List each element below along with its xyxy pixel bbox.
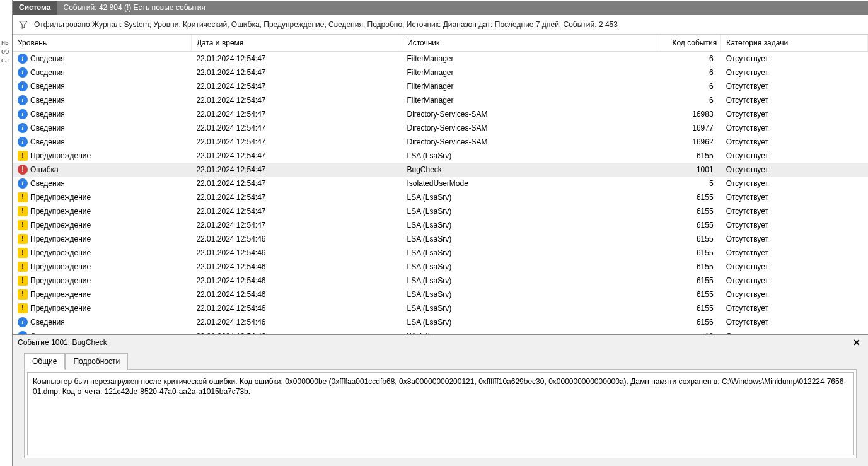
cell-category: Отсутствует (721, 260, 868, 274)
cell-code: 6155 (657, 190, 720, 204)
close-icon[interactable]: ✕ (850, 337, 863, 347)
table-row[interactable]: Сведения22.01.2024 12:54:47FilterManager… (13, 79, 868, 93)
col-header-level[interactable]: Уровень (13, 35, 191, 52)
cell-category: Отсутствует (721, 93, 868, 107)
cell-datetime: 22.01.2024 12:54:47 (191, 190, 402, 204)
cell-datetime: 22.01.2024 12:54:47 (191, 121, 402, 135)
cell-source: LSA (LsaSrv) (402, 149, 657, 163)
cell-code: 6155 (657, 301, 720, 315)
cell-category: Отсутствует (721, 301, 868, 315)
level-label: Предупреждение (30, 275, 91, 286)
warning-icon (18, 303, 28, 313)
cell-datetime: 22.01.2024 12:54:46 (191, 315, 402, 329)
cell-source: FilterManager (402, 52, 657, 66)
table-row[interactable]: Сведения22.01.2024 12:54:47FilterManager… (13, 66, 868, 79)
col-header-code[interactable]: Код события (657, 35, 720, 52)
left-strip-text: об (0, 47, 12, 55)
table-row[interactable]: Сведения22.01.2024 12:54:46LSA (LsaSrv)6… (13, 315, 868, 329)
cell-datetime: 22.01.2024 12:54:47 (191, 66, 402, 79)
col-header-source[interactable]: Источник (402, 35, 657, 52)
left-strip-text: нь (0, 38, 12, 47)
warning-icon (18, 151, 28, 161)
cell-source: FilterManager (402, 66, 657, 79)
cell-source: LSA (LsaSrv) (402, 218, 657, 232)
cell-datetime: 22.01.2024 12:54:47 (191, 204, 402, 218)
info-icon (18, 331, 28, 334)
info-icon (18, 54, 28, 64)
cell-datetime: 22.01.2024 12:54:47 (191, 135, 402, 149)
filter-bar: Отфильтровано:Журнал: System; Уровни: Кр… (13, 15, 868, 35)
table-row[interactable]: Сведения22.01.2024 12:54:47Directory-Ser… (13, 135, 868, 149)
log-name: Система (13, 1, 57, 15)
cell-datetime: 22.01.2024 12:54:47 (191, 52, 402, 66)
table-row[interactable]: Сведения22.01.2024 12:54:47FilterManager… (13, 52, 868, 66)
col-header-date[interactable]: Дата и время (191, 35, 402, 52)
cell-source: FilterManager (402, 93, 657, 107)
level-label: Предупреждение (30, 192, 91, 203)
table-row[interactable]: Предупреждение22.01.2024 12:54:47LSA (Ls… (13, 190, 868, 204)
cell-category: Отсутствует (721, 329, 868, 334)
cell-source: LSA (LsaSrv) (402, 190, 657, 204)
info-icon (18, 81, 28, 91)
log-title-bar: Система Событий: 42 804 (!) Есть новые с… (13, 0, 868, 15)
level-label: Сведения (30, 67, 65, 78)
level-label: Сведения (30, 136, 65, 148)
level-label: Сведения (30, 108, 65, 120)
cell-code: 6155 (657, 232, 720, 246)
col-header-category[interactable]: Категория задачи (721, 35, 868, 52)
cell-category: Отсутствует (721, 66, 868, 79)
cell-category: Отсутствует (721, 232, 868, 246)
cell-datetime: 22.01.2024 12:54:46 (191, 288, 402, 301)
cell-datetime: 22.01.2024 12:54:47 (191, 79, 402, 93)
cell-category: Отсутствует (721, 288, 868, 301)
table-row[interactable]: Сведения22.01.2024 12:54:47FilterManager… (13, 93, 868, 107)
event-grid-scroll[interactable]: Уровень Дата и время Источник Код событи… (13, 35, 868, 334)
table-row[interactable]: Предупреждение22.01.2024 12:54:46LSA (Ls… (13, 260, 868, 274)
tab-general[interactable]: Общие (24, 353, 65, 370)
info-icon (18, 317, 28, 327)
level-label: Сведения (30, 81, 65, 92)
table-row[interactable]: Сведения22.01.2024 12:54:47IsolatedUserM… (13, 177, 868, 190)
cell-source: Directory-Services-SAM (402, 121, 657, 135)
table-row[interactable]: Предупреждение22.01.2024 12:54:46LSA (Ls… (13, 232, 868, 246)
left-strip-text: сл (0, 55, 12, 64)
cell-code: 6155 (657, 260, 720, 274)
level-label: Сведения (30, 95, 65, 106)
cell-source: LSA (LsaSrv) (402, 246, 657, 260)
table-row[interactable]: Сведения22.01.2024 12:54:47Directory-Ser… (13, 121, 868, 135)
cell-category: Отсутствует (721, 177, 868, 190)
tab-details[interactable]: Подробности (65, 353, 128, 370)
level-label: Предупреждение (30, 150, 91, 161)
cell-code: 6155 (657, 204, 720, 218)
table-row[interactable]: Предупреждение22.01.2024 12:54:46LSA (Ls… (13, 301, 868, 315)
table-row[interactable]: Сведения22.01.2024 12:54:47Directory-Ser… (13, 107, 868, 121)
table-row[interactable]: Предупреждение22.01.2024 12:54:46LSA (Ls… (13, 274, 868, 288)
warning-icon (18, 192, 28, 202)
cell-code: 6155 (657, 274, 720, 288)
table-row[interactable]: Предупреждение22.01.2024 12:54:46LSA (Ls… (13, 288, 868, 301)
level-label: Сведения (30, 53, 65, 64)
table-row[interactable]: Предупреждение22.01.2024 12:54:46LSA (Ls… (13, 246, 868, 260)
level-label: Ошибка (30, 164, 59, 175)
cell-code: 16977 (657, 121, 720, 135)
table-row[interactable]: Предупреждение22.01.2024 12:54:47LSA (Ls… (13, 218, 868, 232)
cell-code: 6 (657, 52, 720, 66)
table-row[interactable]: Предупреждение22.01.2024 12:54:47LSA (Ls… (13, 204, 868, 218)
table-row[interactable]: Сведения22.01.2024 12:54:46Wininit18Отсу… (13, 329, 868, 334)
cell-category: Отсутствует (721, 79, 868, 93)
warning-icon (18, 248, 28, 258)
filter-icon (19, 20, 28, 29)
info-icon (18, 95, 28, 105)
cell-datetime: 22.01.2024 12:54:46 (191, 260, 402, 274)
warning-icon (18, 220, 28, 230)
cell-code: 6155 (657, 218, 720, 232)
left-truncated-panel: нь об сл (0, 0, 13, 466)
cell-source: Directory-Services-SAM (402, 107, 657, 121)
table-row[interactable]: Предупреждение22.01.2024 12:54:47LSA (Ls… (13, 149, 868, 163)
cell-datetime: 22.01.2024 12:54:47 (191, 93, 402, 107)
cell-code: 6155 (657, 288, 720, 301)
table-row[interactable]: Ошибка22.01.2024 12:54:47BugCheck1001Отс… (13, 163, 868, 177)
cell-code: 18 (657, 329, 720, 334)
warning-icon (18, 206, 28, 216)
warning-icon (18, 289, 28, 300)
